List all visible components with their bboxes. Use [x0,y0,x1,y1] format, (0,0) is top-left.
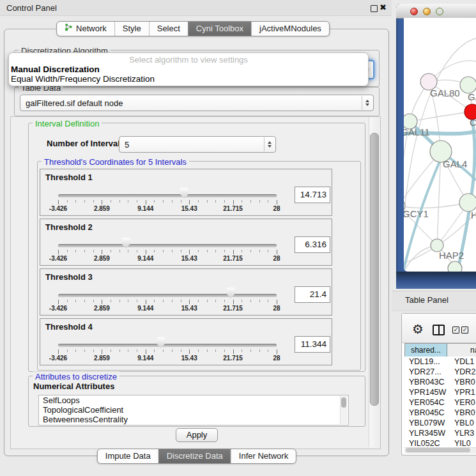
cell-name[interactable]: YDL1 [447,357,474,367]
attribute-item-topologicalcoefficient[interactable]: TopologicalCoefficient [39,405,348,415]
float-window-icon[interactable] [371,5,378,12]
cell-shared-name[interactable]: YER054C [404,397,447,408]
table-row[interactable]: YDR27...YDR2 [404,367,476,377]
network-icon [65,22,73,36]
threshold-3-slider-track[interactable] [58,294,277,297]
cell-shared-name[interactable]: YPR145W [404,387,447,397]
top-tab-bar: NetworkStyleSelectCyni ToolboxjActiveMNo… [56,21,330,36]
threshold-2-value-field[interactable]: 6.316 [295,236,330,253]
tab-impute-data[interactable]: Impute Data [98,449,158,463]
attribute-item-selfloops[interactable]: SelfLoops [39,395,348,405]
column-header-shared-name[interactable]: shared... [404,344,447,357]
tick-mark [250,300,251,302]
cell-name[interactable]: YBL0 [447,418,474,428]
cell-name[interactable]: YBR0 [447,408,475,418]
horizontal-scrollbar-thumb[interactable] [406,448,470,452]
table-row[interactable]: YLR345WYLR3 [404,428,476,438]
close-traffic-light-icon[interactable] [410,8,418,15]
cell-name[interactable]: YPR1 [447,387,475,397]
table-row[interactable]: YBR043CYBR0 [404,377,476,387]
tick-mark [146,250,146,254]
vertical-scrollbar-thumb[interactable] [370,133,379,406]
tick-mark [154,200,155,203]
network-edge[interactable] [404,203,468,208]
tick-mark [233,250,234,254]
cell-name[interactable]: YDR2 [447,367,475,377]
network-node-label: H [471,210,476,220]
table-row[interactable]: YBL079WYBL0 [404,418,476,428]
network-node-label: GAL11 [404,127,430,137]
interval-definition-group-title: Interval Definition [33,119,102,128]
split-columns-icon[interactable] [433,325,445,335]
threshold-1-value-field[interactable]: 14.713 [295,187,330,203]
close-icon[interactable]: ✖ [380,3,387,12]
algorithm-option-equal-width-frequency-discretization[interactable]: Equal Width/Frequency Discretization [9,74,368,84]
network-edge[interactable] [410,112,472,121]
combo-stepper-icon[interactable] [264,137,275,151]
tick-mark [181,250,181,252]
threshold-1-slider-track[interactable] [58,194,277,197]
table-row[interactable]: YDL19...YDL1 [404,357,476,367]
cell-shared-name[interactable]: YLR345W [404,428,447,438]
cell-name[interactable]: YER0 [447,397,475,408]
tick-mark [119,200,120,203]
cell-shared-name[interactable]: YBR045C [404,408,447,418]
tick-mark [259,349,260,352]
algorithm-option-manual-discretization[interactable]: Manual Discretization [9,65,368,74]
minimize-traffic-light-icon[interactable] [423,8,431,15]
zoom-traffic-light-icon[interactable] [436,8,443,15]
list-scrollbar[interactable] [340,396,348,424]
cell-name[interactable]: YIL0 [447,438,471,447]
network-canvas[interactable]: GAL80GACGAL11GAL4HGCY1HAP2 [404,18,476,272]
cell-shared-name[interactable]: YBR043C [404,377,447,387]
table-row[interactable]: YBR045CYBR0 [404,408,476,418]
combo-stepper-icon[interactable] [362,96,372,110]
gear-icon[interactable]: ⚙ [412,321,424,337]
apply-button[interactable]: Apply [176,428,218,442]
table-row[interactable]: YPR145WYPR1 [404,387,476,397]
cell-shared-name[interactable]: YDR27... [404,367,447,377]
tick-mark [224,300,225,302]
tab-infer-network[interactable]: Infer Network [231,449,296,463]
tick-mark [172,300,173,302]
network-frame-bottom [396,272,476,289]
threshold-4-slider-track[interactable] [58,344,277,347]
tab-cyni-toolbox[interactable]: Cyni Toolbox [188,22,251,36]
checkbox-icon[interactable]: ✓ [461,326,468,334]
threshold-3-box: Threshold 3-3.4262.8599.14415.4321.71528… [40,268,332,316]
cell-name[interactable]: YLR3 [447,428,474,438]
tab-network[interactable]: Network [57,22,114,36]
tick-label: 28 [273,205,280,212]
tick-mark [233,200,234,204]
numerical-attributes-list[interactable]: SelfLoopsTopologicalCoefficientBetweenne… [38,395,349,426]
cell-name[interactable]: YBR0 [447,377,475,387]
table-row[interactable]: YER054CYER0 [404,397,476,408]
tab-select[interactable]: Select [149,22,188,36]
column-header-name[interactable]: na [447,344,476,357]
cell-shared-name[interactable]: YDL19... [404,357,447,367]
tab-discretize-data[interactable]: Discretize Data [158,449,231,463]
tab-style[interactable]: Style [114,22,149,36]
algorithm-dropdown-popup: Select algorithm to view settings Manual… [8,52,369,86]
number-of-intervals-combobox[interactable]: 5 [119,136,276,153]
table-row[interactable]: YIL052CYIL0 [404,438,476,447]
checkbox-icon[interactable]: ✓ [452,326,459,334]
threshold-4-value-field[interactable]: 11.344 [295,336,330,353]
cell-shared-name[interactable]: YIL052C [404,438,447,447]
tick-label: 15.43 [181,305,197,312]
network-node-h[interactable] [459,194,476,211]
tick-mark [163,300,164,302]
threshold-2-slider-track[interactable] [58,244,277,247]
cell-shared-name[interactable]: YBL079W [404,418,447,428]
threshold-3-value-field[interactable]: 21.4 [295,286,330,303]
tick-mark [137,200,137,203]
list-scrollbar-thumb[interactable] [341,397,346,408]
tab-jactivemnodules[interactable]: jActiveMNodules [251,22,329,36]
attribute-item-betweennesscentrality[interactable]: BetweennessCentrality [39,415,348,424]
network-node[interactable] [448,261,462,272]
table-data-combobox[interactable]: galFiltered.sif default node [20,95,374,111]
tick-label: 28 [273,355,280,362]
network-graph: GAL80GACGAL11GAL4HGCY1HAP2 [404,18,476,272]
tick-mark [224,250,225,252]
network-node-label: GAL4 [443,158,467,169]
